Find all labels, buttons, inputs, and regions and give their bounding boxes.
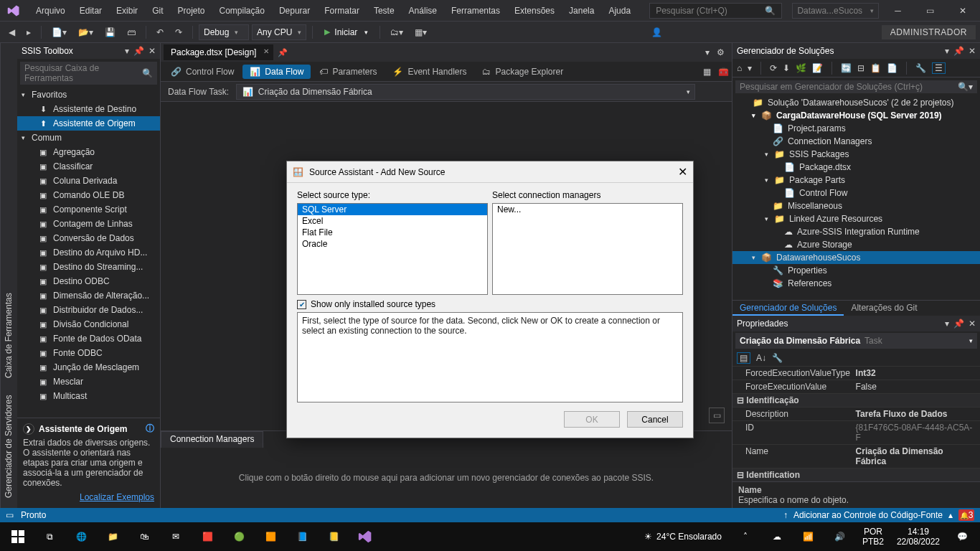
property-pages-icon[interactable]: 🔧 — [772, 353, 783, 363]
fit-view-icon[interactable]: ▭ — [709, 408, 725, 423]
app-icon[interactable]: 📒 — [319, 522, 349, 551]
list-item[interactable]: Oracle — [298, 238, 487, 250]
pull-icon[interactable]: ⬇ — [783, 63, 790, 73]
doc-close-icon[interactable]: ✕ — [263, 47, 269, 55]
doc-dropdown-icon[interactable]: ▾ — [705, 47, 710, 57]
panel-dropdown-icon[interactable]: ▾ — [945, 46, 949, 56]
edge-icon[interactable]: 🌐 — [66, 522, 96, 551]
tree-node[interactable]: ☁ Azure Storage — [732, 238, 980, 251]
tab-git-changes[interactable]: Alterações do Git — [844, 301, 924, 316]
tree-node[interactable]: 📚 References — [732, 277, 980, 290]
start-icon[interactable] — [3, 522, 33, 551]
tab-parameters[interactable]: 🏷Parameters — [312, 65, 384, 79]
connection-managers-listbox[interactable]: New... — [492, 203, 683, 295]
store-icon[interactable]: 🛍 — [129, 522, 159, 551]
properties-object-dropdown[interactable]: Criação da Dimensão FábricaTask — [735, 333, 977, 349]
menu-projeto[interactable]: Projeto — [170, 3, 212, 19]
clock[interactable]: POR PTB2 — [862, 527, 884, 547]
info-icon[interactable]: ⓘ — [146, 423, 154, 435]
clock[interactable]: 14:19 22/08/2022 — [897, 527, 940, 547]
tray-chevron-icon[interactable]: ˄ — [730, 522, 760, 551]
source-types-listbox[interactable]: SQL Server Excel Flat File Oracle — [297, 203, 488, 295]
toolbox-item[interactable]: ▣Agregação — [17, 145, 160, 159]
mail-icon[interactable]: ✉ — [161, 522, 191, 551]
solution-node[interactable]: 📁 Solução 'DatawarehouseSucos' (2 de 2 p… — [732, 96, 980, 109]
action-center-icon[interactable]: 💬 — [947, 522, 977, 551]
variables-icon[interactable]: ▦ — [703, 67, 711, 77]
save-button[interactable]: 💾 — [100, 25, 120, 39]
task-view-icon[interactable]: ⧉ — [34, 522, 65, 551]
minimize-button[interactable]: ─ — [882, 0, 914, 22]
tree-node[interactable]: 🔧 Properties — [732, 264, 980, 277]
panel-pin-icon[interactable]: 📌 — [953, 46, 964, 56]
toolbox-category[interactable]: Favoritos — [17, 88, 160, 102]
menu-git[interactable]: Git — [145, 3, 170, 19]
tree-node[interactable]: 📄 Package.dtsx — [732, 161, 980, 174]
toolbox-item[interactable]: ▣Componente Script — [17, 202, 160, 217]
toolbox-tab[interactable]: Caixa de Ferramentas — [2, 288, 16, 382]
toolbox-item[interactable]: ▣Dimensão de Alteração... — [17, 288, 160, 303]
start-debug-button[interactable]: ▶Iniciar▾ — [319, 24, 374, 40]
toolbox-pin-icon[interactable]: 📌 — [133, 46, 144, 56]
tree-node[interactable]: 🔗 Connection Managers — [732, 135, 980, 148]
list-item[interactable]: New... — [493, 204, 682, 215]
menu-ajuda[interactable]: Ajuda — [601, 3, 638, 19]
live-share-icon[interactable]: 👤 — [647, 25, 666, 39]
list-item[interactable]: Flat File — [298, 227, 487, 238]
panel-pin-icon[interactable]: 📌 — [953, 319, 964, 329]
doc-gear-icon[interactable]: ⚙ — [717, 47, 725, 57]
properties-grid[interactable]: ForcedExecutionValueTypeInt32 ForceExecu… — [732, 366, 980, 481]
toolbox-item[interactable]: ▣Classificar — [17, 159, 160, 174]
file-explorer-icon[interactable]: 📁 — [98, 522, 128, 551]
platform-dropdown[interactable]: Any CPU — [252, 24, 306, 40]
ssis-toolbox-icon[interactable]: 🧰 — [718, 67, 729, 77]
variables-button[interactable]: ▦▾ — [410, 25, 431, 39]
panel-dropdown-icon[interactable]: ▾ — [945, 319, 949, 329]
app-icon[interactable]: 🟧 — [255, 522, 286, 551]
list-item[interactable]: SQL Server — [298, 204, 487, 215]
solution-search-input[interactable]: Pesquisar em Gerenciador de Soluções (Ct… — [735, 80, 977, 93]
new-folder-button[interactable]: 🗂▾ — [386, 25, 407, 39]
tree-node[interactable]: ▾📁 Package Parts — [732, 174, 980, 187]
toolbox-item[interactable]: ▣Divisão Condicional — [17, 317, 160, 331]
wrench-icon[interactable]: 🔧 — [915, 63, 926, 73]
toolbox-item[interactable]: ▣Coluna Derivada — [17, 174, 160, 188]
filter-icon[interactable]: ☰ — [932, 62, 946, 74]
toolbox-item[interactable]: ▣Destino do Streaming... — [17, 260, 160, 274]
redo-button[interactable]: ↷ — [171, 25, 187, 39]
menu-ferramentas[interactable]: Ferramentas — [444, 3, 507, 19]
menu-análise[interactable]: Análise — [402, 3, 444, 19]
toolbox-item[interactable]: ▣Destino do Arquivo HD... — [17, 245, 160, 260]
toolbox-dropdown-icon[interactable]: ▾ — [125, 46, 129, 56]
nav-fwd-button[interactable]: ▸ — [22, 25, 35, 39]
visual-studio-icon[interactable] — [350, 522, 380, 551]
menu-exibir[interactable]: Exibir — [109, 3, 145, 19]
notifications-badge[interactable]: 🔔3 — [958, 509, 974, 521]
open-button[interactable]: 📂▾ — [74, 25, 98, 39]
undo-button[interactable]: ↶ — [152, 25, 168, 39]
global-search-input[interactable]: Pesquisar (Ctrl+Q)🔍 — [649, 3, 782, 19]
app-icon[interactable]: 🟥 — [192, 522, 222, 551]
tree-node[interactable]: ☁ Azure-SSIS Integration Runtime — [732, 225, 980, 238]
toolbox-item[interactable]: ▣Contagem de Linhas — [17, 217, 160, 231]
project-node[interactable]: ▾📦 DatawarehouseSucos — [732, 251, 980, 264]
data-flow-task-dropdown[interactable]: 📊 Criação da Dimensão Fábrica — [236, 84, 695, 100]
menu-janela[interactable]: Janela — [562, 3, 601, 19]
toolbox-search-input[interactable]: Pesquisar Caixa de Ferramentas🔍 — [20, 62, 157, 85]
tree-node[interactable]: 📄 Control Flow — [732, 187, 980, 199]
menu-editar[interactable]: Editar — [72, 3, 109, 19]
recent-project-dropdown[interactable]: Datawa...eSucos — [792, 3, 879, 19]
panel-close-icon[interactable]: ✕ — [969, 46, 976, 56]
app-icon[interactable]: 📘 — [287, 522, 317, 551]
nav-back-button[interactable]: ◀ — [4, 25, 19, 39]
toolbox-item[interactable]: ▣Mesclar — [17, 375, 160, 389]
connection-managers-tab[interactable]: Connection Managers — [161, 431, 263, 448]
project-node[interactable]: ▾📦 CargaDatawareHouse (SQL Server 2019) — [732, 109, 980, 122]
tab-event-handlers[interactable]: ⚡Event Handlers — [385, 65, 473, 79]
dialog-close-icon[interactable]: ✕ — [678, 165, 687, 179]
doc-pin-icon[interactable]: 📌 — [278, 48, 288, 57]
dialog-titlebar[interactable]: 🪟Source Assistant - Add New Source✕ — [287, 161, 693, 183]
toolbox-item[interactable]: ⬇Assistente de Destino — [17, 102, 160, 116]
document-tab[interactable]: Package.dtsx [Design]✕ — [164, 44, 273, 60]
connection-managers-area[interactable]: Clique com o botão direito do mouse aqui… — [161, 448, 732, 508]
